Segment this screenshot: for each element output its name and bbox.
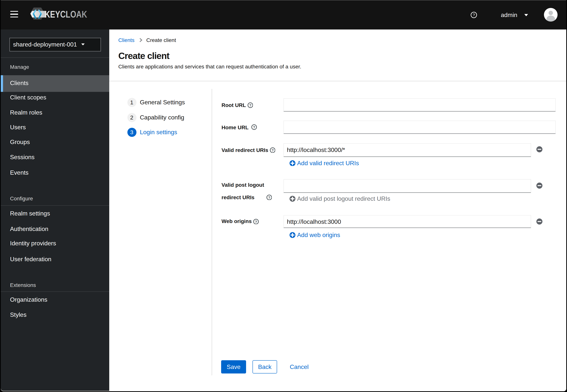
svg-text:?: ? — [253, 125, 255, 129]
svg-text:?: ? — [268, 196, 270, 199]
svg-text:?: ? — [473, 13, 475, 17]
svg-text:?: ? — [272, 148, 274, 152]
svg-text:KEYCLOAK: KEYCLOAK — [45, 9, 87, 20]
svg-text:?: ? — [249, 103, 251, 107]
svg-text:?: ? — [255, 220, 257, 224]
